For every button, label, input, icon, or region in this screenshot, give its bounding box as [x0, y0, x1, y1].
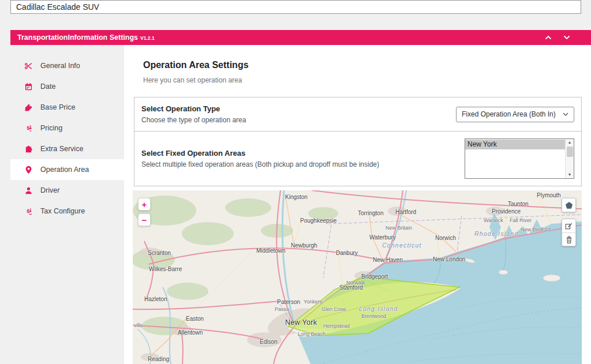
- sidebar-item-driver[interactable]: Driver: [10, 180, 124, 201]
- map-label: Providence: [492, 208, 521, 215]
- map-pin-icon: [24, 166, 33, 174]
- operation-type-select[interactable]: Fixed Operation Area (Both In): [456, 107, 574, 122]
- fixed-areas-label: Select Fixed Operation Areas: [141, 149, 379, 157]
- fixed-areas-row: Select Fixed Operation Areas Select mult…: [134, 131, 581, 186]
- user-icon: [24, 186, 33, 195]
- scroll-down-icon[interactable]: ▼: [568, 172, 572, 178]
- sidebar-item-pricing[interactable]: $ Pricing: [10, 118, 124, 138]
- map-label: Hazleton: [144, 296, 167, 302]
- map-label: Taunton: [508, 201, 529, 207]
- map-label: New London: [433, 256, 465, 262]
- area-option[interactable]: New York: [465, 140, 565, 149]
- map-label: Reading: [148, 356, 169, 362]
- map-label: Warwick: [484, 217, 503, 224]
- module-body: General Info Date Base Price $ Pricing: [10, 45, 591, 364]
- edit-icon: [565, 222, 573, 230]
- page-title: Operation Area Settings: [143, 60, 582, 70]
- fixed-areas-description: Select multiple fixed operation areas (B…: [141, 160, 379, 168]
- calendar-icon: [24, 82, 33, 91]
- map-label: New Bedford: [521, 227, 551, 233]
- fixed-areas-multiselect[interactable]: New York ▲ ▼: [465, 138, 574, 179]
- map-label: Torrington: [358, 210, 383, 216]
- chevron-down-icon: [563, 35, 570, 40]
- map-label: Passa: [275, 306, 289, 313]
- map-labels: KingstonPlymouthTauntonTorringtonHartfor…: [133, 190, 582, 364]
- map-label: ville: [134, 322, 143, 329]
- module-version: V1.2.1: [140, 35, 155, 41]
- map-label: Norwalk: [346, 280, 365, 286]
- zoom-in-button[interactable]: +: [138, 198, 151, 211]
- map-label: Connecticut: [382, 242, 422, 249]
- sidebar-item-general-info[interactable]: General Info: [10, 55, 124, 76]
- zoom-out-button[interactable]: −: [138, 213, 151, 226]
- pricing-dollar-icon: $: [24, 124, 33, 133]
- edit-layers-button[interactable]: [562, 219, 575, 232]
- map-label: Danbury: [336, 250, 358, 256]
- settings-module: TransportationInformation Settings V1.2.…: [10, 30, 591, 364]
- sidebar-item-label: Extra Service: [40, 145, 83, 153]
- scroll-up-icon[interactable]: ▲: [568, 140, 572, 145]
- operation-type-description: Choose the type of operation area: [141, 116, 246, 124]
- map-label: Poughkeepsie: [300, 217, 336, 224]
- map-label: Plymouth: [537, 192, 561, 198]
- map-label: Paterson: [277, 299, 300, 305]
- sidebar-item-label: Pricing: [40, 124, 62, 132]
- operation-area-panel: Select Operation Type Choose the type of…: [134, 97, 582, 186]
- post-title-input[interactable]: [10, 0, 581, 14]
- map-label: New Haven: [373, 257, 403, 263]
- sidebar-item-label: Tax Configure: [40, 207, 85, 215]
- map-label: Long Island: [359, 306, 398, 312]
- map-label: Yonkers: [304, 299, 322, 305]
- sidebar-item-label: Base Price: [40, 103, 75, 111]
- map-label: Kingston: [285, 194, 308, 200]
- page-subtitle: Here you can set operation area: [143, 76, 582, 84]
- map-label: Brentwood: [361, 313, 386, 320]
- module-title: TransportationInformation Settings: [17, 30, 138, 45]
- sidebar-item-extra-service[interactable]: Extra Service: [10, 138, 124, 159]
- draw-polygon-button[interactable]: [562, 198, 575, 212]
- map-label: Norwich: [435, 235, 456, 241]
- sidebar-item-operation-area[interactable]: Operation Area: [10, 159, 124, 180]
- multiselect-scrollbar[interactable]: ▲ ▼: [565, 139, 574, 178]
- map-label: Rhode Island: [474, 231, 518, 237]
- scrollbar-thumb[interactable]: [567, 147, 573, 157]
- puzzle-icon: [24, 145, 33, 153]
- map-draw-control: [562, 198, 576, 246]
- map-label: Stamford: [339, 284, 363, 291]
- sidebar-item-date[interactable]: Date: [10, 76, 124, 97]
- operation-type-row: Select Operation Type Choose the type of…: [134, 97, 581, 131]
- operation-type-selected-value: Fixed Operation Area (Both In): [462, 110, 556, 118]
- operation-area-map[interactable]: KingstonPlymouthTauntonTorringtonHartfor…: [133, 190, 582, 364]
- map-zoom-control: + −: [138, 198, 151, 226]
- chevron-down-icon: [563, 112, 568, 116]
- sidebar-item-base-price[interactable]: Base Price: [10, 97, 124, 118]
- settings-sidebar: General Info Date Base Price $ Pricing: [10, 45, 124, 364]
- sidebar-item-tax-configure[interactable]: $ Tax Configure: [10, 201, 124, 222]
- map-label: Glen Cove: [321, 306, 346, 313]
- map-label: Edison: [260, 339, 278, 345]
- map-label: New York: [285, 320, 317, 326]
- main-panel: Operation Area Settings Here you can set…: [124, 45, 591, 364]
- sidebar-item-label: Driver: [40, 186, 59, 194]
- polygon-icon: [565, 201, 573, 209]
- map-label: New Britain: [386, 225, 412, 231]
- price-tag-icon: [24, 103, 33, 112]
- chevron-up-icon: [545, 35, 552, 40]
- map-label: Easton: [186, 316, 204, 322]
- operation-type-label: Select Operation Type: [141, 104, 246, 113]
- map-label: Scranton: [148, 250, 171, 256]
- delete-layers-button[interactable]: [562, 232, 575, 246]
- trash-icon: [566, 236, 573, 243]
- map-label: Hartford: [395, 209, 416, 215]
- collapse-up-button[interactable]: [544, 34, 553, 41]
- map-label: Long Beach: [298, 331, 326, 337]
- map-label: Hempstead: [323, 323, 350, 329]
- fixed-areas-options: New York: [465, 139, 565, 178]
- collapse-down-button[interactable]: [562, 34, 571, 41]
- sidebar-item-label: Operation Area: [40, 166, 89, 174]
- sidebar-item-label: General Info: [40, 62, 80, 70]
- module-header: TransportationInformation Settings V1.2.…: [10, 30, 591, 45]
- map-label: Allentown: [178, 329, 203, 336]
- map-label: Bridgeport: [361, 273, 388, 280]
- map-label: Waterbury: [369, 234, 396, 241]
